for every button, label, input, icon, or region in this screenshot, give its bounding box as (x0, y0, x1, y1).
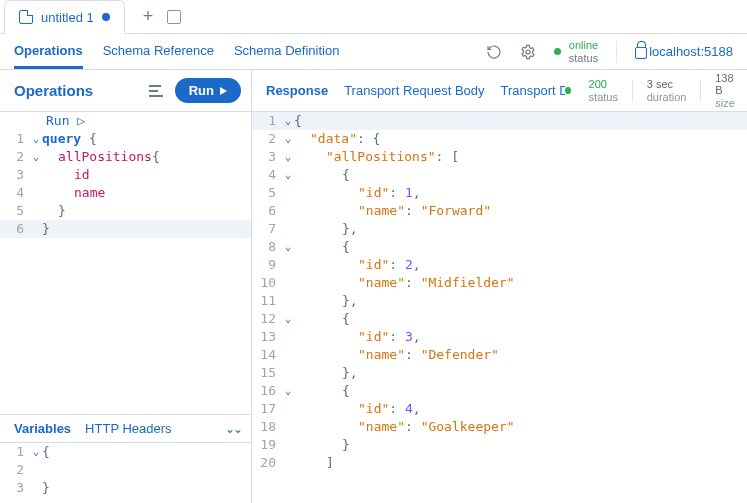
play-icon (220, 87, 227, 95)
online-dot-icon (554, 48, 561, 55)
collapse-variables-icon[interactable]: ⌄⌄ (225, 422, 241, 436)
prettify-icon[interactable] (149, 84, 165, 98)
status-label: status (569, 52, 598, 64)
duration-value: 3 sec (647, 78, 687, 90)
nav-tab-operations[interactable]: Operations (14, 35, 83, 69)
status-ok-dot-icon (565, 87, 570, 94)
response-viewer[interactable]: 1⌄{2⌄"data": {3⌄"allPositions": [4⌄{5."i… (252, 112, 747, 503)
tab-transport-details[interactable]: Transport Deta (501, 83, 566, 98)
query-editor[interactable]: Run ▷ 1⌄query { 2⌄allPositions{ 3.id 4.n… (0, 112, 251, 414)
unsaved-dot-icon (102, 13, 110, 21)
http-headers-tab[interactable]: HTTP Headers (85, 421, 171, 436)
operations-title: Operations (14, 82, 93, 99)
refresh-icon[interactable] (486, 44, 502, 60)
secondary-nav: Operations Schema Reference Schema Defin… (0, 34, 747, 70)
tab-response[interactable]: Response (266, 83, 328, 98)
file-tab[interactable]: untitled 1 (4, 0, 125, 34)
inline-run-button[interactable]: Run ▷ (46, 112, 85, 130)
response-pane: Response Transport Request Body Transpor… (252, 70, 747, 503)
tab-bar: untitled 1 + (0, 0, 747, 34)
nav-tab-schema-reference[interactable]: Schema Reference (103, 35, 214, 69)
run-button[interactable]: Run (175, 78, 241, 103)
svg-point-0 (526, 50, 530, 54)
gear-icon[interactable] (520, 44, 536, 60)
host-url[interactable]: localhost:5188 (635, 44, 733, 59)
save-icon[interactable] (167, 10, 181, 24)
query-pane: Operations Run Run ▷ 1⌄query { 2⌄allPosi… (0, 70, 252, 503)
status-value: online (569, 39, 598, 51)
size-value: 138 B (715, 72, 737, 96)
variables-header: Variables HTTP Headers ⌄⌄ (0, 414, 251, 443)
file-icon (19, 10, 33, 24)
status-code: 200 (589, 78, 618, 90)
variables-tab[interactable]: Variables (14, 421, 71, 436)
lock-icon (635, 47, 647, 59)
nav-tab-schema-definition[interactable]: Schema Definition (234, 35, 340, 69)
tab-transport-request-body[interactable]: Transport Request Body (344, 83, 484, 98)
variables-editor[interactable]: 1⌄{ 2. 3.} (0, 443, 251, 503)
file-tab-title: untitled 1 (41, 10, 94, 25)
new-tab-button[interactable]: + (143, 6, 154, 27)
